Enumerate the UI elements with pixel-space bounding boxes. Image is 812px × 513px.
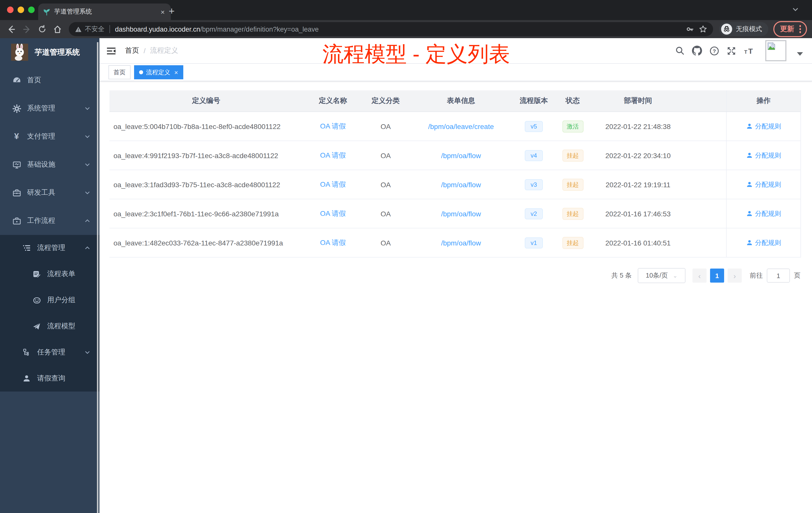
form-link[interactable]: /bpm/oa/flow <box>441 151 481 159</box>
tag-label: 流程定义 <box>146 68 170 77</box>
sidebar-logo-row[interactable]: 芋道管理系统 <box>0 38 99 66</box>
sidebar-item-devtools[interactable]: 研发工具 <box>0 179 99 207</box>
tag-label: 首页 <box>114 68 125 77</box>
user-icon <box>746 210 753 217</box>
sidebar-item-process-model[interactable]: 流程模型 <box>0 313 99 339</box>
tag-close-icon[interactable]: × <box>174 68 178 76</box>
fullscreen-icon[interactable] <box>727 46 736 56</box>
chevron-down-icon <box>84 162 90 168</box>
page-unit-label: 页 <box>794 271 801 280</box>
font-size-icon[interactable]: TT <box>744 46 755 55</box>
url-host: dashboard.yudao.iocoder.cn <box>115 25 200 33</box>
sidebar-item-workflow[interactable]: 工作流程 <box>0 207 99 235</box>
version-badge[interactable]: v1 <box>525 237 543 248</box>
sidebar-item-label: 基础设施 <box>27 160 55 169</box>
table-row: oa_leave:3:1fad3d93-7b75-11ec-a3c8-acde4… <box>110 170 801 199</box>
search-icon[interactable] <box>675 46 685 55</box>
form-link[interactable]: /bpm/oa/flow <box>441 180 481 188</box>
sidebar-item-system[interactable]: 系统管理 <box>0 94 99 122</box>
definition-name-link[interactable]: OA 请假 <box>320 209 346 218</box>
sidebar-item-infrastructure[interactable]: 基础设施 <box>0 151 99 179</box>
help-icon[interactable]: ? <box>709 46 719 56</box>
back-button[interactable] <box>7 25 16 33</box>
tab-title: 芋道管理系统 <box>54 7 160 16</box>
breadcrumb-home[interactable]: 首页 <box>125 46 139 55</box>
browser-toolbar: 不安全 dashboard.yudao.iocoder.cn/bpm/manag… <box>0 20 812 38</box>
page-size-select[interactable]: 10条/页 ⌄ <box>638 268 686 283</box>
svg-text:?: ? <box>713 48 716 54</box>
home-button[interactable] <box>53 25 62 33</box>
main-area: 首页 / 流程定义 流程模型 - 定义列表 ? TT <box>99 38 812 513</box>
sidebar-item-label: 首页 <box>27 76 41 85</box>
definition-name-link[interactable]: OA 请假 <box>320 180 346 189</box>
chevron-up-icon <box>84 218 90 224</box>
avatar[interactable] <box>765 40 786 61</box>
tab-close-icon[interactable]: × <box>160 8 166 16</box>
form-link[interactable]: /bpm/oa/flow <box>441 239 481 247</box>
toolbox-icon <box>12 188 21 197</box>
sidebar-item-user-group[interactable]: 用户分组 <box>0 287 99 313</box>
assign-rule-link[interactable]: 分配规则 <box>746 151 781 160</box>
user-icon <box>746 152 753 159</box>
chevron-down-icon <box>84 190 90 196</box>
pagination-total: 共 5 条 <box>611 271 632 280</box>
user-icon <box>746 181 753 188</box>
avatar-caret-icon[interactable] <box>797 52 803 56</box>
github-icon[interactable] <box>692 46 702 56</box>
version-badge[interactable]: v3 <box>525 179 543 190</box>
password-key-icon[interactable] <box>686 25 694 33</box>
sidebar-scrollbar[interactable] <box>97 42 98 513</box>
definition-name-link[interactable]: OA 请假 <box>320 122 346 131</box>
tag-home[interactable]: 首页 <box>109 65 130 79</box>
sidebar-item-payment[interactable]: ¥ 支付管理 <box>0 122 99 151</box>
assign-rule-link[interactable]: 分配规则 <box>746 209 781 218</box>
definition-category: OA <box>363 141 408 170</box>
bookmark-star-icon[interactable] <box>699 25 707 33</box>
sidebar-item-label: 流程模型 <box>47 322 75 331</box>
status-badge: 挂起 <box>562 149 583 161</box>
definition-id: oa_leave:3:1fad3d93-7b75-11ec-a3c8-acde4… <box>110 170 303 199</box>
tab-search-chevron-icon[interactable] <box>792 6 799 13</box>
version-badge[interactable]: v2 <box>525 208 543 219</box>
assign-rule-link[interactable]: 分配规则 <box>746 238 781 247</box>
form-link[interactable]: /bpm/oa/leave/create <box>428 122 494 130</box>
reload-button[interactable] <box>38 25 46 33</box>
browser-tab[interactable]: 芋道管理系统 × <box>38 3 171 20</box>
dashboard-icon <box>12 76 21 85</box>
breadcrumb: 首页 / 流程定义 <box>125 46 178 55</box>
definition-name-link[interactable]: OA 请假 <box>320 151 346 160</box>
version-badge[interactable]: v5 <box>525 121 543 132</box>
chevron-up-icon <box>84 245 90 251</box>
sidebar-item-process-form[interactable]: 流程表单 <box>0 261 99 287</box>
column-header-name: 定义名称 <box>303 90 363 112</box>
column-header-form: 表单信息 <box>408 90 514 112</box>
next-page-button[interactable]: › <box>728 269 742 282</box>
security-warning[interactable]: 不安全 <box>75 25 105 34</box>
address-bar[interactable]: 不安全 dashboard.yudao.iocoder.cn/bpm/manag… <box>69 22 713 36</box>
chrome-update-button[interactable]: 更新 <box>773 21 807 37</box>
collapse-sidebar-icon[interactable] <box>107 47 116 55</box>
column-header-id: 定义编号 <box>110 90 303 112</box>
url-text[interactable]: dashboard.yudao.iocoder.cn/bpm/manager/d… <box>115 25 681 33</box>
form-link[interactable]: /bpm/oa/flow <box>441 210 481 218</box>
page-number-1[interactable]: 1 <box>710 269 724 282</box>
sidebar-item-home[interactable]: 首页 <box>0 66 99 94</box>
sidebar-item-task-management[interactable]: 任务管理 <box>0 339 99 365</box>
prev-page-button[interactable]: ‹ <box>693 269 706 282</box>
sidebar-item-process-management[interactable]: 流程管理 <box>0 235 99 261</box>
close-window-button[interactable] <box>7 6 13 13</box>
assign-rule-link[interactable]: 分配规则 <box>746 122 781 131</box>
zoom-window-button[interactable] <box>28 6 35 13</box>
definition-name-link[interactable]: OA 请假 <box>320 238 346 247</box>
forward-button[interactable] <box>23 25 31 33</box>
new-tab-button[interactable]: + <box>169 6 174 16</box>
version-badge[interactable]: v4 <box>525 150 543 161</box>
tag-process-definition[interactable]: 流程定义 × <box>134 65 183 79</box>
goto-page-input[interactable]: 1 <box>767 269 790 282</box>
assign-rule-link[interactable]: 分配规则 <box>746 180 781 189</box>
minimize-window-button[interactable] <box>18 6 24 13</box>
menu-dots-icon[interactable] <box>799 25 801 33</box>
sidebar-item-leave-query[interactable]: 请假查询 <box>0 365 99 392</box>
column-header-deploy-time: 部署时间 <box>591 90 685 112</box>
definition-table: 定义编号 定义名称 定义分类 表单信息 流程版本 状态 部署时间 操作 oa_l… <box>110 90 801 258</box>
